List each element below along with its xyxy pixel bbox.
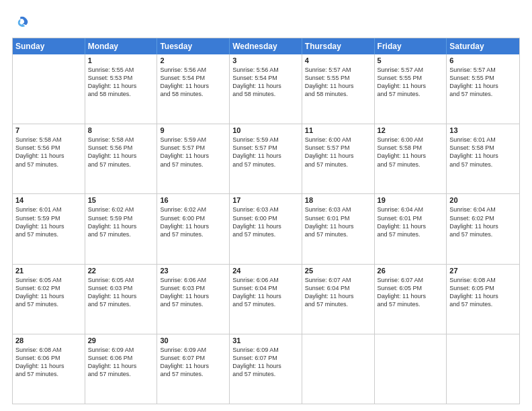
calendar-cell xyxy=(375,334,447,404)
day-number: 29 xyxy=(88,336,154,345)
day-info: Sunrise: 6:01 AMSunset: 5:58 PMDaylight:… xyxy=(449,136,517,169)
day-number: 30 xyxy=(160,336,226,345)
calendar: SundayMondayTuesdayWednesdayThursdayFrid… xyxy=(12,38,520,404)
calendar-cell xyxy=(13,54,85,124)
day-number: 2 xyxy=(160,56,226,64)
day-number: 5 xyxy=(378,56,444,64)
day-info: Sunrise: 5:59 AMSunset: 5:57 PMDaylight:… xyxy=(232,136,299,169)
day-number: 31 xyxy=(232,336,299,345)
day-number: 11 xyxy=(305,126,371,134)
day-info: Sunrise: 5:56 AMSunset: 5:54 PMDaylight:… xyxy=(160,66,226,99)
day-info: Sunrise: 6:09 AMSunset: 6:07 PMDaylight:… xyxy=(160,346,226,379)
calendar-cell: 26Sunrise: 6:07 AMSunset: 6:05 PMDayligh… xyxy=(375,265,447,334)
day-info: Sunrise: 6:06 AMSunset: 6:03 PMDaylight:… xyxy=(160,276,226,309)
calendar-cell: 15Sunrise: 6:02 AMSunset: 5:59 PMDayligh… xyxy=(85,194,158,263)
day-number: 4 xyxy=(305,56,371,64)
day-info: Sunrise: 6:08 AMSunset: 6:05 PMDaylight:… xyxy=(449,276,517,309)
day-number: 14 xyxy=(15,196,82,204)
day-number: 15 xyxy=(88,196,154,204)
day-info: Sunrise: 6:02 AMSunset: 5:59 PMDaylight:… xyxy=(88,205,154,238)
logo xyxy=(12,12,34,31)
day-number: 19 xyxy=(378,196,444,204)
day-info: Sunrise: 6:07 AMSunset: 6:05 PMDaylight:… xyxy=(378,276,444,309)
day-number: 1 xyxy=(88,56,154,64)
calendar-cell: 18Sunrise: 6:03 AMSunset: 6:01 PMDayligh… xyxy=(302,194,375,263)
calendar-cell: 16Sunrise: 6:02 AMSunset: 6:00 PMDayligh… xyxy=(157,194,230,263)
calendar-cell: 4Sunrise: 5:57 AMSunset: 5:55 PMDaylight… xyxy=(302,54,375,124)
calendar-cell: 31Sunrise: 6:09 AMSunset: 6:07 PMDayligh… xyxy=(230,334,302,404)
day-header-tuesday: Tuesday xyxy=(157,38,230,54)
calendar-cell: 8Sunrise: 5:58 AMSunset: 5:56 PMDaylight… xyxy=(85,124,158,193)
day-info: Sunrise: 5:55 AMSunset: 5:53 PMDaylight:… xyxy=(88,66,154,99)
day-info: Sunrise: 6:06 AMSunset: 6:04 PMDaylight:… xyxy=(232,276,299,309)
page: SundayMondayTuesdayWednesdayThursdayFrid… xyxy=(0,0,532,411)
calendar-cell: 5Sunrise: 5:57 AMSunset: 5:55 PMDaylight… xyxy=(375,54,447,124)
day-info: Sunrise: 6:07 AMSunset: 6:04 PMDaylight:… xyxy=(305,276,371,309)
day-number: 25 xyxy=(305,267,371,275)
day-number: 18 xyxy=(305,196,371,204)
calendar-cell: 21Sunrise: 6:05 AMSunset: 6:02 PMDayligh… xyxy=(13,265,85,334)
calendar-cell: 7Sunrise: 5:58 AMSunset: 5:56 PMDaylight… xyxy=(13,124,85,193)
day-info: Sunrise: 6:03 AMSunset: 6:00 PMDaylight:… xyxy=(232,205,299,238)
day-number: 8 xyxy=(88,126,154,134)
calendar-cell: 23Sunrise: 6:06 AMSunset: 6:03 PMDayligh… xyxy=(157,265,230,334)
calendar-cell: 10Sunrise: 5:59 AMSunset: 5:57 PMDayligh… xyxy=(230,124,302,193)
day-info: Sunrise: 5:57 AMSunset: 5:55 PMDaylight:… xyxy=(378,66,444,99)
day-info: Sunrise: 6:01 AMSunset: 5:59 PMDaylight:… xyxy=(15,205,82,238)
day-header-friday: Friday xyxy=(375,38,447,54)
calendar-body: 1Sunrise: 5:55 AMSunset: 5:53 PMDaylight… xyxy=(13,54,519,404)
day-info: Sunrise: 5:59 AMSunset: 5:57 PMDaylight:… xyxy=(160,136,226,169)
calendar-cell: 12Sunrise: 6:00 AMSunset: 5:58 PMDayligh… xyxy=(375,124,447,193)
day-info: Sunrise: 6:05 AMSunset: 6:02 PMDaylight:… xyxy=(15,276,82,309)
calendar-cell: 6Sunrise: 5:57 AMSunset: 5:55 PMDaylight… xyxy=(447,54,519,124)
calendar-cell: 17Sunrise: 6:03 AMSunset: 6:00 PMDayligh… xyxy=(230,194,302,263)
day-number: 16 xyxy=(160,196,226,204)
calendar-week-4: 21Sunrise: 6:05 AMSunset: 6:02 PMDayligh… xyxy=(13,264,519,334)
calendar-cell: 24Sunrise: 6:06 AMSunset: 6:04 PMDayligh… xyxy=(230,265,302,334)
day-info: Sunrise: 6:04 AMSunset: 6:01 PMDaylight:… xyxy=(378,205,444,238)
day-header-sunday: Sunday xyxy=(13,38,85,54)
calendar-cell: 29Sunrise: 6:09 AMSunset: 6:06 PMDayligh… xyxy=(85,334,158,404)
day-info: Sunrise: 5:56 AMSunset: 5:54 PMDaylight:… xyxy=(232,66,299,99)
day-number: 17 xyxy=(232,196,299,204)
day-number: 6 xyxy=(449,56,517,64)
day-info: Sunrise: 5:58 AMSunset: 5:56 PMDaylight:… xyxy=(15,136,82,169)
day-info: Sunrise: 6:02 AMSunset: 6:00 PMDaylight:… xyxy=(160,205,226,238)
day-number: 9 xyxy=(160,126,226,134)
header xyxy=(12,12,520,31)
calendar-cell: 28Sunrise: 6:08 AMSunset: 6:06 PMDayligh… xyxy=(13,334,85,404)
calendar-cell: 14Sunrise: 6:01 AMSunset: 5:59 PMDayligh… xyxy=(13,194,85,263)
day-info: Sunrise: 6:04 AMSunset: 6:02 PMDaylight:… xyxy=(449,205,517,238)
calendar-cell: 2Sunrise: 5:56 AMSunset: 5:54 PMDaylight… xyxy=(157,54,230,124)
calendar-cell: 27Sunrise: 6:08 AMSunset: 6:05 PMDayligh… xyxy=(447,265,519,334)
day-number: 21 xyxy=(15,267,82,275)
day-header-saturday: Saturday xyxy=(447,38,519,54)
day-number: 7 xyxy=(15,126,82,134)
day-header-monday: Monday xyxy=(85,38,158,54)
calendar-week-5: 28Sunrise: 6:08 AMSunset: 6:06 PMDayligh… xyxy=(13,334,519,404)
calendar-week-2: 7Sunrise: 5:58 AMSunset: 5:56 PMDaylight… xyxy=(13,124,519,193)
calendar-cell xyxy=(302,334,375,404)
day-number: 27 xyxy=(449,267,517,275)
calendar-cell: 1Sunrise: 5:55 AMSunset: 5:53 PMDaylight… xyxy=(85,54,158,124)
day-number: 13 xyxy=(449,126,517,134)
day-info: Sunrise: 5:57 AMSunset: 5:55 PMDaylight:… xyxy=(305,66,371,99)
calendar-cell: 20Sunrise: 6:04 AMSunset: 6:02 PMDayligh… xyxy=(447,194,519,263)
day-number: 20 xyxy=(449,196,517,204)
day-number: 28 xyxy=(15,336,82,345)
day-info: Sunrise: 6:03 AMSunset: 6:01 PMDaylight:… xyxy=(305,205,371,238)
day-info: Sunrise: 6:05 AMSunset: 6:03 PMDaylight:… xyxy=(88,276,154,309)
day-info: Sunrise: 6:00 AMSunset: 5:58 PMDaylight:… xyxy=(378,136,444,169)
day-info: Sunrise: 6:09 AMSunset: 6:07 PMDaylight:… xyxy=(232,346,299,379)
calendar-cell: 11Sunrise: 6:00 AMSunset: 5:57 PMDayligh… xyxy=(302,124,375,193)
day-number: 3 xyxy=(232,56,299,64)
calendar-cell: 3Sunrise: 5:56 AMSunset: 5:54 PMDaylight… xyxy=(230,54,302,124)
calendar-cell: 25Sunrise: 6:07 AMSunset: 6:04 PMDayligh… xyxy=(302,265,375,334)
calendar-header-row: SundayMondayTuesdayWednesdayThursdayFrid… xyxy=(13,38,519,54)
day-info: Sunrise: 6:09 AMSunset: 6:06 PMDaylight:… xyxy=(88,346,154,379)
calendar-cell xyxy=(447,334,519,404)
calendar-cell: 22Sunrise: 6:05 AMSunset: 6:03 PMDayligh… xyxy=(85,265,158,334)
calendar-cell: 9Sunrise: 5:59 AMSunset: 5:57 PMDaylight… xyxy=(157,124,230,193)
calendar-week-1: 1Sunrise: 5:55 AMSunset: 5:53 PMDaylight… xyxy=(13,54,519,124)
logo-icon xyxy=(12,12,31,31)
